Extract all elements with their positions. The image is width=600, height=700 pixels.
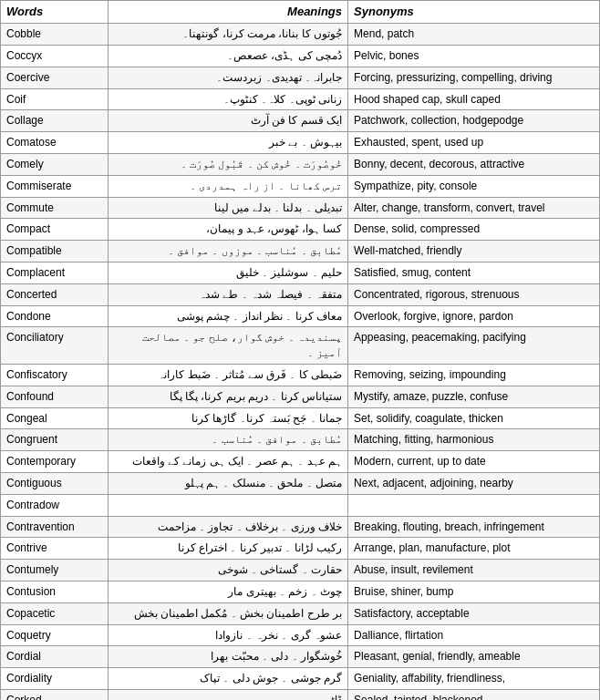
urdu-cell: متفقہ ۔ فیصلہ شدہ ۔ طے شدہ (109, 283, 348, 305)
urdu-cell: رکیب لڑانا ۔ تدبیر کرنا ۔ اختراع کرنا (109, 538, 348, 560)
table-row: Contrive رکیب لڑانا ۔ تدبیر کرنا ۔ اخترا… (1, 538, 600, 560)
word-cell: Contiguous (1, 472, 109, 494)
header-meanings-urdu: Meanings (109, 1, 348, 24)
table-row: Coquetry عشوہ گری ۔ نخرہ ۔ نازوادا Dalli… (1, 624, 600, 646)
word-cell: Complacent (1, 262, 109, 283)
meanings-cell: Geniality, affability, friendliness, (348, 668, 600, 690)
urdu-cell: خلاف ورزی ۔ برخلاف ۔ تجاوز ۔ مزاحمت (109, 516, 348, 538)
table-row: Cordial خُوشگوار ۔ دلی ۔ محبّت بھرا Plea… (1, 646, 600, 668)
table-row: Comatose بیہوش ۔ بے خبر Exhausted, spent… (1, 132, 600, 154)
urdu-cell: کسا ہوا، ٹھوس، عہد و پیمان، (109, 219, 348, 241)
urdu-cell: ترس کھانا ۔ از راہ ہمدردی ۔ (109, 175, 348, 197)
word-cell: Cordial (1, 646, 109, 668)
meanings-cell: Pleasant, genial, friendly, ameable (348, 646, 600, 668)
urdu-cell: دُمچی کی ہڈی، عصعص۔ (109, 45, 348, 67)
table-row: Concerted متفقہ ۔ فیصلہ شدہ ۔ طے شدہ Con… (1, 283, 600, 305)
urdu-cell: ضَبطی کا ۔ فَرق سے مُتاثر ۔ ضَبط کارانہ (109, 364, 348, 386)
meanings-cell: Sealed, tainted, blackened (348, 689, 600, 700)
word-cell: Comely (1, 153, 109, 175)
urdu-cell: ڈاڑ (109, 689, 348, 700)
word-cell: Condone (1, 305, 109, 327)
word-cell: Collage (1, 110, 109, 132)
word-cell: Coif (1, 88, 109, 110)
meanings-cell: Mend, patch (348, 24, 600, 46)
meanings-cell: Well-matched, friendly (348, 241, 600, 262)
meanings-cell: Appeasing, peacemaking, pacifying (348, 327, 600, 365)
table-row: Coccyx دُمچی کی ہڈی، عصعص۔ Pelvic, bones (1, 45, 600, 67)
meanings-cell: Mystify, amaze, puzzle, confuse (348, 386, 600, 407)
meanings-cell: Breaking, flouting, breach, infringement (348, 516, 600, 538)
table-row: Copacetic بر طرح اطمینان بخش ۔ مُکمل اطم… (1, 602, 600, 624)
word-cell: Cordiality (1, 668, 109, 690)
meanings-cell: Next, adjacent, adjoining, nearby (348, 472, 600, 494)
word-cell: Concerted (1, 283, 109, 305)
word-cell: Coccyx (1, 45, 109, 67)
urdu-cell: حقارت ۔ گستاخی ۔ شوخی (109, 560, 348, 582)
urdu-cell: بیہوش ۔ بے خبر (109, 132, 348, 154)
meanings-cell: Modern, current, up to date (348, 451, 600, 473)
meanings-cell: Pelvic, bones (348, 45, 600, 67)
word-cell: Coquetry (1, 624, 109, 646)
meanings-cell: Set, solidify, coagulate, thicken (348, 407, 600, 429)
meanings-cell: Overlook, forgive, ignore, pardon (348, 305, 600, 327)
table-row: Confound ستیاناس کرنا ۔ دریم بریم کرنا، … (1, 386, 600, 407)
word-cell: Commute (1, 197, 109, 219)
table-row: Collage ایک قسم کا فن آرٹ Patchwork, col… (1, 110, 600, 132)
table-row: Coif زنانی ٹوپی۔ کلاہ۔ کنٹوپ۔ Hood shape… (1, 88, 600, 110)
meanings-cell (348, 494, 600, 516)
word-cell: Contrive (1, 538, 109, 560)
meanings-cell: Alter, change, transform, convert, trave… (348, 197, 600, 219)
table-row: Complacent حلیم ۔ سوشلیز ۔ خلیق Satisfie… (1, 262, 600, 283)
meanings-cell: Satisfied, smug, content (348, 262, 600, 283)
table-row: Corked ڈاڑ Sealed, tainted, blackened (1, 689, 600, 700)
meanings-cell: Bruise, shiner, bump (348, 581, 600, 602)
meanings-cell: Sympathize, pity, console (348, 175, 600, 197)
table-row: Contradow (1, 494, 600, 516)
table-row: Congeal جمانا ۔ جَح بَستہ کرنا۔ گاڑھا کر… (1, 407, 600, 429)
meanings-cell: Exhausted, spent, used up (348, 132, 600, 154)
urdu-cell: عشوہ گری ۔ نخرہ ۔ نازوادا (109, 624, 348, 646)
meanings-cell: Removing, seizing, impounding (348, 364, 600, 386)
urdu-cell: تبدیلی ۔ بدلنا ۔ بدلے میں لینا (109, 197, 348, 219)
word-cell: Corked (1, 689, 109, 700)
table-row: Cobble جُوتوں کا بنانا، مرمت کرنا، گونتھ… (1, 24, 600, 46)
urdu-cell (109, 494, 348, 516)
table-row: Conciliatory پسندیدہ ۔ خوش گوار، صلح جو … (1, 327, 600, 365)
urdu-cell: ایک قسم کا فن آرٹ (109, 110, 348, 132)
header-synonyms: Synonyms (348, 1, 600, 24)
vocabulary-table: Words Meanings Synonyms Cobble جُوتوں کا… (0, 0, 600, 700)
urdu-cell: بر طرح اطمینان بخش ۔ مُکمل اطمینان بخش (109, 602, 348, 624)
header-word: Words (1, 1, 109, 24)
word-cell: Compact (1, 219, 109, 241)
urdu-cell: متصل ۔ ملحق ۔ منسلک ۔ ہم پہلو (109, 472, 348, 494)
table-row: Congruent مُطابق ۔ موافق ۔ مُناسب ۔ Matc… (1, 429, 600, 451)
meanings-cell: Satisfactory, acceptable (348, 602, 600, 624)
word-cell: Confound (1, 386, 109, 407)
table-header-row: Words Meanings Synonyms (1, 1, 600, 24)
meanings-cell: Arrange, plan, manufacture, plot (348, 538, 600, 560)
table-row: Contemporary ہم عہد ۔ ہم عصر ۔ ایک ہی زم… (1, 451, 600, 473)
word-cell: Copacetic (1, 602, 109, 624)
urdu-cell: معاف کرنا ۔ نظر انداز ۔ چشم پوشی (109, 305, 348, 327)
meanings-cell: Hood shaped cap, skull caped (348, 88, 600, 110)
meanings-cell: Patchwork, collection, hodgepodge (348, 110, 600, 132)
table-row: Contusion چوٹ ۔ زخم ۔ بھیتری مار Bruise,… (1, 581, 600, 602)
urdu-cell: خُوصُورَت ۔ خُوش کن ۔ قَبُول صُورَت ۔ (109, 153, 348, 175)
table-row: Cordiality گرم جوشی ۔ جوش دلی ۔ تپاک Gen… (1, 668, 600, 690)
meanings-cell: Dense, solid, compressed (348, 219, 600, 241)
table-row: Commiserate ترس کھانا ۔ از راہ ہمدردی ۔ … (1, 175, 600, 197)
word-cell: Confiscatory (1, 364, 109, 386)
urdu-cell: مُطابق ۔ مُناسب ۔ موزوں ۔ موافق ۔ (109, 241, 348, 262)
table-row: Compact کسا ہوا، ٹھوس، عہد و پیمان، Dens… (1, 219, 600, 241)
urdu-cell: پسندیدہ ۔ خوش گوار، صلح جو ۔ مصالحت آمیز… (109, 327, 348, 365)
word-cell: Cobble (1, 24, 109, 46)
word-cell: Congeal (1, 407, 109, 429)
word-cell: Contusion (1, 581, 109, 602)
meanings-cell: Matching, fitting, harmonious (348, 429, 600, 451)
table-row: Contravention خلاف ورزی ۔ برخلاف ۔ تجاوز… (1, 516, 600, 538)
table-row: Contiguous متصل ۔ ملحق ۔ منسلک ۔ ہم پہلو… (1, 472, 600, 494)
word-cell: Contemporary (1, 451, 109, 473)
word-cell: Contumely (1, 560, 109, 582)
word-cell: Contradow (1, 494, 109, 516)
urdu-cell: ہم عہد ۔ ہم عصر ۔ ایک ہی زمانے کے واقعات (109, 451, 348, 473)
